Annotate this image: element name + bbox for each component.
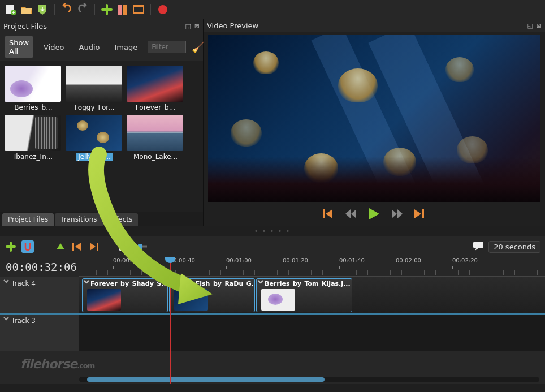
clear-filter-icon[interactable]: 🧹 bbox=[192, 41, 204, 53]
tab-project-files[interactable]: Project Files bbox=[2, 213, 54, 226]
svg-rect-9 bbox=[422, 209, 424, 218]
save-project-icon[interactable] bbox=[36, 3, 49, 16]
project-files-header: Project Files ◱ ⊠ bbox=[0, 19, 203, 33]
tab-effects[interactable]: Effects bbox=[104, 213, 139, 226]
add-track-icon[interactable] bbox=[5, 240, 17, 253]
playhead[interactable] bbox=[170, 257, 171, 384]
redo-icon[interactable] bbox=[76, 3, 89, 16]
thumbnail-item[interactable]: Forever_b... bbox=[127, 66, 184, 111]
thumbnail-item[interactable]: Jelly_Fis... bbox=[66, 115, 123, 162]
project-files-title: Project Files bbox=[3, 22, 47, 31]
center-playhead-icon[interactable] bbox=[118, 240, 130, 253]
filter-audio-tab[interactable]: Audio bbox=[75, 41, 105, 54]
thumbnail-item[interactable]: Mono_Lake... bbox=[127, 115, 184, 162]
thumbnail-item[interactable]: Foggy_For... bbox=[66, 66, 123, 111]
svg-rect-6 bbox=[133, 12, 144, 14]
track-header[interactable]: Track 4 bbox=[0, 277, 79, 313]
timeline-scrollbar[interactable] bbox=[79, 377, 539, 382]
filter-input[interactable] bbox=[148, 41, 186, 53]
preview-close-icon[interactable]: ⊠ bbox=[537, 22, 542, 29]
video-preview[interactable] bbox=[208, 35, 540, 202]
filter-image-tab[interactable]: Image bbox=[110, 41, 142, 54]
zoom-level[interactable]: 20 seconds bbox=[488, 241, 540, 253]
thumbnail-grid: Berries_b... Foggy_For... Forever_b... I… bbox=[0, 61, 203, 212]
open-project-icon[interactable] bbox=[20, 3, 33, 16]
thumbnail-item[interactable]: Ibanez_In... bbox=[5, 115, 62, 162]
svg-rect-14 bbox=[138, 244, 142, 249]
panel-detach-icon[interactable]: ◱ bbox=[185, 23, 191, 30]
zoom-slider[interactable] bbox=[135, 240, 147, 253]
video-preview-title: Video Preview bbox=[207, 21, 258, 30]
main-toolbar bbox=[0, 0, 545, 19]
timeline-clip[interactable]: Berries_by_Tom_Kijas.j... bbox=[256, 278, 352, 312]
svg-rect-11 bbox=[97, 243, 98, 251]
profile-icon[interactable] bbox=[116, 3, 129, 16]
tab-transitions[interactable]: Transitions bbox=[55, 213, 102, 226]
track-body[interactable]: Forever_by_Shady_S... Jelly_Fish_by_RaDu… bbox=[79, 277, 545, 313]
side-tabs: Project Files Transitions Effects bbox=[0, 212, 203, 226]
prev-marker-icon[interactable] bbox=[71, 240, 84, 253]
fullscreen-icon[interactable] bbox=[132, 3, 145, 16]
track-header[interactable]: Track 3 bbox=[0, 315, 79, 351]
undo-icon[interactable] bbox=[60, 3, 73, 16]
play-icon[interactable] bbox=[367, 208, 381, 222]
playback-controls bbox=[204, 204, 545, 227]
svg-rect-8 bbox=[323, 209, 325, 218]
chat-icon[interactable] bbox=[473, 241, 484, 253]
timeline-clip[interactable]: Forever_by_Shady_S... bbox=[82, 278, 168, 312]
timeline: 00:00:32:06 00:00:20 00:00:40 00:01:00 0… bbox=[0, 257, 545, 384]
next-marker-icon[interactable] bbox=[88, 240, 101, 253]
rewind-icon[interactable] bbox=[345, 209, 357, 221]
timecode-display[interactable]: 00:00:32:06 bbox=[6, 261, 77, 273]
svg-point-7 bbox=[158, 5, 167, 14]
watermark: filehorse.com bbox=[20, 357, 94, 371]
timeline-track: Track 3 bbox=[0, 314, 545, 351]
svg-rect-3 bbox=[123, 5, 127, 15]
filter-video-tab[interactable]: Video bbox=[39, 41, 68, 54]
timeline-ruler[interactable]: 00:00:20 00:00:40 00:01:00 00:01:20 00:0… bbox=[79, 257, 545, 277]
export-icon[interactable] bbox=[157, 3, 169, 16]
thumbnail-item[interactable]: Berries_b... bbox=[5, 66, 62, 111]
video-preview-header: Video Preview ◱ ⊠ bbox=[204, 19, 545, 32]
scrollbar-handle[interactable] bbox=[87, 377, 325, 382]
new-project-icon[interactable] bbox=[5, 3, 17, 16]
timeline-clip[interactable]: Jelly_Fish_by_RaDu_G... bbox=[169, 278, 255, 312]
add-marker-icon[interactable] bbox=[54, 240, 67, 253]
timeline-track: Track 4 Forever_by_Shady_S... Jelly_Fish… bbox=[0, 277, 545, 314]
svg-rect-2 bbox=[118, 5, 122, 15]
svg-rect-10 bbox=[72, 243, 74, 251]
video-preview-panel: Video Preview ◱ ⊠ bbox=[204, 19, 545, 226]
project-files-panel: Project Files ◱ ⊠ Show All Video Audio I… bbox=[0, 19, 204, 226]
project-filter-row: Show All Video Audio Image 🧹 bbox=[0, 33, 203, 61]
jump-end-icon[interactable] bbox=[414, 209, 426, 221]
fast-forward-icon[interactable] bbox=[391, 209, 404, 221]
snap-icon[interactable] bbox=[21, 240, 34, 253]
svg-rect-15 bbox=[473, 242, 483, 248]
timeline-toolbar: 20 seconds bbox=[0, 236, 545, 257]
track-body[interactable] bbox=[79, 315, 545, 351]
preview-detach-icon[interactable]: ◱ bbox=[527, 22, 533, 29]
filter-show-all-tab[interactable]: Show All bbox=[5, 36, 33, 58]
jump-start-icon[interactable] bbox=[322, 209, 335, 221]
svg-rect-5 bbox=[133, 6, 144, 7]
import-files-icon[interactable] bbox=[101, 3, 113, 16]
panel-close-icon[interactable]: ⊠ bbox=[194, 23, 200, 30]
